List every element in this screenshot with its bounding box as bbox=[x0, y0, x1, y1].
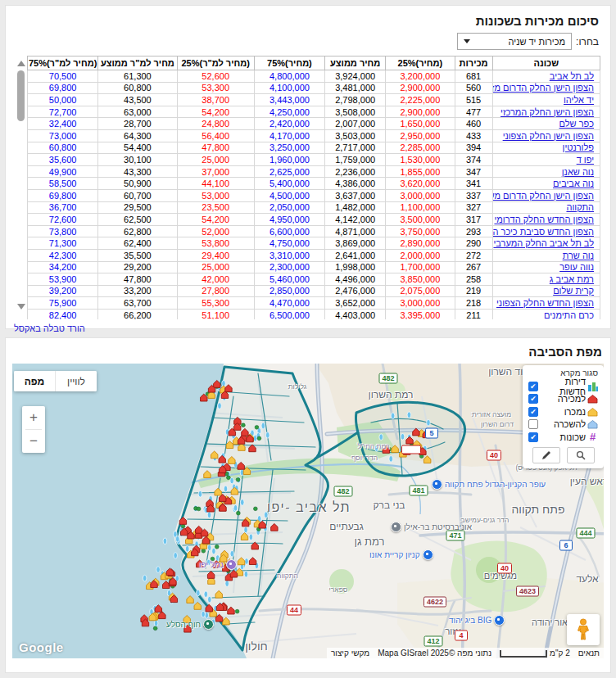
sqm-75-cell: 70,500 bbox=[28, 70, 98, 83]
neighborhood-link[interactable]: הצפון הישן החלק המרכזי bbox=[500, 107, 594, 117]
table-row: נוה אביבים 341 3,620,000 4,386,000 5,400… bbox=[28, 178, 600, 190]
sqm-25-cell: 24,800 bbox=[177, 118, 254, 130]
col-price-25: (מחיר)25% bbox=[386, 56, 455, 70]
table-body: לב תל אביב 681 3,200,000 3,924,000 4,800… bbox=[28, 70, 600, 320]
price-avg-cell: 4,386,000 bbox=[325, 178, 386, 190]
price-75-cell: 6,600,000 bbox=[254, 225, 324, 237]
sales-summary-card: סיכום מכירות בשכונות בחרו: מכירות יד שני… bbox=[5, 5, 611, 329]
sqm-avg-cell: 43,300 bbox=[98, 165, 177, 178]
sqm-75-cell: 36,700 bbox=[28, 201, 98, 214]
sqm-avg-cell: 54,400 bbox=[98, 142, 177, 154]
sales-count-cell: 258 bbox=[455, 273, 492, 286]
neighborhood-link[interactable]: נווה עופר bbox=[559, 262, 594, 272]
price-25-cell: 2,900,000 bbox=[386, 106, 455, 118]
sales-count-cell: 337 bbox=[455, 189, 492, 201]
legend-item-new-apartments[interactable]: דירות חדשות ✔ bbox=[528, 380, 598, 393]
legend-label: דירות חדשות bbox=[538, 377, 586, 396]
legend-label: נמכרו bbox=[564, 407, 586, 417]
price-25-cell: 3,000,000 bbox=[386, 189, 455, 201]
neighborhood-link[interactable]: התקווה bbox=[566, 202, 594, 212]
scroll-down-arrow-icon[interactable] bbox=[17, 304, 25, 310]
sqm-25-cell: 55,300 bbox=[177, 297, 254, 310]
neighborhood-link[interactable]: הצפון החדש החלק הדרומי bbox=[494, 215, 594, 224]
neighborhood-link[interactable]: הצפון הישן החלק הדרום מזרחי bbox=[492, 83, 594, 93]
sqm-25-cell: 38,700 bbox=[177, 94, 254, 106]
sales-summary-title: סיכום מכירות בשכונות bbox=[14, 14, 599, 28]
price-avg-cell: 4,142,000 bbox=[325, 214, 386, 226]
neighborhood-link[interactable]: לב תל אביב החלק המערבי bbox=[493, 238, 594, 248]
scrollbar-thumb[interactable] bbox=[17, 70, 25, 121]
map-canvas[interactable]: הוד השרוןרמת השרוןגלילותמועצה אזוריתדרום… bbox=[12, 364, 604, 658]
map-button[interactable]: מפה bbox=[14, 371, 55, 391]
neighborhood-link[interactable]: הצפון החדש החלק הצפוני bbox=[496, 298, 594, 308]
price-75-cell: 2,420,000 bbox=[254, 118, 324, 130]
price-25-cell: 3,850,000 bbox=[386, 273, 455, 286]
buildings-icon bbox=[587, 382, 598, 391]
legend-search-button[interactable] bbox=[567, 447, 595, 463]
zoom-control: + − bbox=[22, 406, 45, 453]
scale-bar: 2 ק"מ bbox=[496, 648, 574, 658]
neighborhood-link[interactable]: נוה אביבים bbox=[553, 179, 594, 188]
legend-draw-button[interactable] bbox=[532, 447, 560, 463]
zoom-in-button[interactable]: + bbox=[22, 406, 45, 429]
neighborhood-link[interactable]: נוה שאנן bbox=[562, 167, 594, 177]
sqm-25-cell: 23,500 bbox=[177, 201, 254, 214]
price-75-cell: 4,750,000 bbox=[254, 237, 324, 250]
price-avg-cell: 2,641,000 bbox=[325, 249, 386, 261]
table-row: נוה שאנן 347 1,855,000 2,236,000 2,625,0… bbox=[28, 165, 600, 178]
scroll-up-arrow-icon[interactable] bbox=[17, 61, 25, 66]
terms-link[interactable]: תנאים bbox=[574, 648, 604, 658]
checkbox-neighborhoods[interactable]: ✔ bbox=[528, 432, 538, 442]
keyboard-shortcuts-link[interactable]: מקשי קיצור bbox=[327, 648, 374, 658]
legend-item-for-rent[interactable]: להשכרה bbox=[528, 418, 598, 432]
sqm-75-cell: 72,600 bbox=[28, 214, 98, 226]
pegman-icon bbox=[576, 618, 591, 641]
neighborhood-link[interactable]: כרם התימנים bbox=[544, 310, 594, 319]
neighborhood-link[interactable]: הצפון הישן החלק הצפוני bbox=[503, 131, 594, 141]
table-row: כרם התימנים 211 3,395,000 4,403,000 6,50… bbox=[28, 309, 600, 319]
sales-count-cell: 433 bbox=[455, 129, 492, 142]
neighborhood-link[interactable]: רמת אביב ג bbox=[550, 274, 594, 284]
red-house-icon bbox=[587, 394, 598, 404]
sqm-25-cell: 54,200 bbox=[177, 106, 254, 118]
checkbox-for-sale[interactable]: ✔ bbox=[528, 394, 538, 404]
legend-item-sold[interactable]: נמכרו ✔ bbox=[528, 405, 598, 418]
satellite-button[interactable]: לוויין bbox=[56, 371, 97, 391]
price-avg-cell: 1,759,000 bbox=[325, 154, 386, 166]
checkbox-new-apartments[interactable]: ✔ bbox=[528, 382, 538, 391]
map-type-control: לוויין מפה bbox=[14, 371, 97, 391]
sqm-avg-cell: 35,500 bbox=[98, 249, 177, 261]
download-excel-link[interactable]: הורד טבלה באקסל bbox=[14, 323, 85, 333]
col-sales: מכירות bbox=[455, 56, 492, 70]
sqm-75-cell: 71,300 bbox=[28, 237, 98, 250]
sqm-75-cell: 32,400 bbox=[28, 118, 98, 130]
sqm-75-cell: 69,800 bbox=[28, 82, 98, 94]
yellow-house-icon bbox=[587, 407, 598, 417]
checkbox-sold[interactable]: ✔ bbox=[528, 407, 538, 417]
col-sqm-25: (מחיר למ"ר)25% bbox=[177, 56, 254, 70]
neighborhood-link[interactable]: נוה שרת bbox=[563, 251, 594, 260]
neighborhood-link[interactable]: קרית שלום bbox=[553, 286, 594, 296]
map-attribution: תנאים 2 ק"מ נתוני מפה ©2025 Mapa GISrael… bbox=[327, 648, 604, 658]
sales-count-cell: 515 bbox=[455, 94, 492, 106]
zoom-out-button[interactable]: − bbox=[22, 430, 45, 453]
legend-item-neighborhoods[interactable]: # שכונות ✔ bbox=[528, 431, 598, 444]
checkbox-for-rent[interactable] bbox=[528, 419, 538, 429]
neighborhood-link[interactable]: הצפון הישן החלק הדרום מערבי bbox=[492, 191, 594, 201]
neighborhood-link[interactable]: יד אליהו bbox=[564, 95, 594, 105]
map-markers-layer[interactable] bbox=[12, 364, 604, 658]
neighborhood-link[interactable]: יפו ד bbox=[577, 155, 594, 165]
sqm-25-cell: 52,600 bbox=[177, 70, 254, 83]
neighborhood-link[interactable]: פלורנטין bbox=[563, 142, 594, 152]
neighborhood-link[interactable]: לב תל אביב bbox=[550, 71, 594, 81]
neighborhood-link[interactable]: כפר שלם bbox=[559, 119, 594, 129]
sqm-75-cell: 53,900 bbox=[28, 273, 98, 286]
neighborhood-link[interactable]: הצפון החדש סביבת כיכר המדינה bbox=[492, 227, 594, 237]
pegman-control[interactable] bbox=[567, 614, 600, 645]
sqm-25-cell: 56,400 bbox=[177, 129, 254, 142]
table-row: יד אליהו 515 2,225,000 2,798,000 3,443,0… bbox=[28, 94, 600, 106]
price-avg-cell: 2,476,000 bbox=[325, 285, 386, 297]
sales-type-select[interactable]: מכירות יד שניה bbox=[457, 33, 572, 50]
sqm-75-cell: 34,200 bbox=[28, 261, 98, 273]
table-scrollbar[interactable] bbox=[16, 56, 27, 319]
